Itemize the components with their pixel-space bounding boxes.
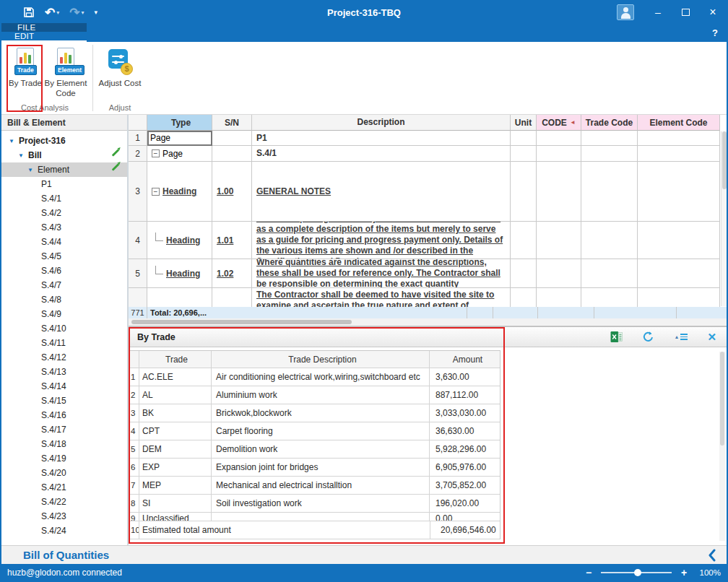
tree-item[interactable]: ▼ Element	[1, 162, 127, 177]
redo-button[interactable]: ↷▾	[69, 6, 84, 19]
grid-row[interactable]: 3 −Heading 1.00 GENERAL NOTES	[129, 162, 727, 222]
ribbon-tab[interactable]: FILE	[1, 23, 87, 32]
grid-row[interactable]: 2 −Page S.4/1	[129, 146, 727, 162]
by-trade-row[interactable]: 7 MEP Mechanical and electrical installt…	[129, 477, 500, 495]
maximize-button[interactable]	[672, 3, 699, 22]
column-header-trade-description[interactable]: Trade Description	[212, 351, 430, 368]
grid-row[interactable]: 1 Page P1	[129, 131, 727, 146]
grid-total-row: 771 Total: 20,696,...	[129, 307, 727, 318]
scrollbar-thumb[interactable]	[722, 131, 727, 189]
adjust-cost-icon: $	[105, 48, 134, 77]
refresh-icon[interactable]	[642, 331, 654, 343]
ribbon-tab[interactable]: EDIT	[1, 32, 87, 40]
redo-dropdown-icon[interactable]: ▾	[82, 9, 84, 16]
column-header-sn[interactable]: S/N	[212, 115, 252, 131]
tree-item[interactable]: S.4/1	[1, 191, 127, 206]
by-trade-row[interactable]: 4 CPT Carpet flooring 36,630.00	[129, 422, 500, 440]
by-trade-header-row: Trade Trade Description Amount	[129, 351, 500, 368]
column-header-element-code[interactable]: Element Code	[638, 115, 720, 131]
tree-item[interactable]: S.4/21	[1, 480, 127, 495]
by-trade-button[interactable]: Trade By Trade	[7, 46, 43, 103]
by-trade-row[interactable]: 6 EXP Expansion joint for bridges 6,905,…	[129, 459, 500, 477]
chevron-down-icon[interactable]: ▼	[27, 167, 38, 173]
tree-item[interactable]: S.4/18	[1, 437, 127, 451]
by-trade-row[interactable]: 8 SI Soil investigation work 196,020.00	[129, 495, 500, 513]
column-header-description[interactable]: Description	[252, 115, 511, 131]
scrollbar-thumb[interactable]	[131, 320, 352, 324]
tree-item[interactable]: S.4/12	[1, 350, 127, 365]
help-icon[interactable]: ?	[712, 23, 718, 42]
save-icon[interactable]	[23, 6, 35, 18]
panel-vertical-scrollbar[interactable]	[719, 352, 725, 541]
toolbar-separator	[92, 45, 93, 111]
zoom-out-button[interactable]: −	[584, 567, 594, 578]
tree-item[interactable]: S.4/11	[1, 336, 127, 350]
horizontal-scrollbar[interactable]	[129, 318, 727, 326]
customize-toolbar-icon[interactable]: ▾	[95, 9, 98, 16]
collapse-chevron-left-icon[interactable]	[708, 549, 716, 565]
tree-item[interactable]: ▼ Project-316	[1, 134, 127, 148]
tree-item[interactable]: S.4/17	[1, 422, 127, 437]
panel-close-icon[interactable]: ✕	[707, 331, 716, 342]
tree-item[interactable]: S.4/20	[1, 466, 127, 480]
grid-row[interactable]: The Contractor shall be deemed to have v…	[129, 288, 727, 307]
edit-pencil-icon[interactable]	[112, 163, 120, 171]
tree-item[interactable]: S.4/7	[1, 278, 127, 292]
zoom-slider-thumb[interactable]	[634, 569, 641, 576]
tree-item[interactable]: S.4/3	[1, 220, 127, 235]
by-trade-row[interactable]: 9 Unclassified 0.00	[129, 513, 500, 521]
by-trade-row[interactable]: 1 AC.ELE Air conditioning electrical wor…	[129, 368, 500, 386]
undo-dropdown-icon[interactable]: ▾	[56, 9, 59, 16]
undo-button[interactable]: ↶▾	[45, 6, 59, 19]
by-trade-panel-header: By Trade ▲ ✕	[129, 327, 727, 347]
zoom-slider[interactable]	[601, 572, 672, 573]
by-trade-row[interactable]: 10 Estimated total amount 20,696,546.00	[129, 521, 500, 539]
by-trade-row[interactable]: 3 BK Brickwok,blockwork 3,033,030.00	[129, 404, 500, 422]
column-header-trade-code[interactable]: Trade Code	[581, 115, 638, 131]
boq-grid: Type S/N Description Unit CODE◄ Trade Co…	[129, 115, 727, 326]
tree-item[interactable]: S.4/16	[1, 408, 127, 422]
minimize-button[interactable]: –	[644, 3, 672, 22]
tree-item[interactable]: S.4/5	[1, 249, 127, 264]
user-account-icon[interactable]	[617, 4, 634, 20]
chevron-down-icon[interactable]: ▼	[18, 152, 28, 159]
tree-item[interactable]: S.4/9	[1, 307, 127, 321]
tree-item[interactable]: S.4/2	[1, 206, 127, 220]
export-excel-icon[interactable]	[610, 331, 623, 343]
sort-list-icon[interactable]: ▲	[674, 334, 688, 340]
collapse-icon[interactable]: −	[152, 188, 160, 196]
tree-item[interactable]: P1	[1, 177, 127, 191]
collapse-icon[interactable]: −	[152, 149, 160, 157]
tree-item[interactable]: S.4/10	[1, 321, 127, 336]
edit-pencil-icon[interactable]	[112, 149, 120, 157]
tree-item[interactable]: S.4/8	[1, 292, 127, 307]
tree-item[interactable]: S.4/14	[1, 379, 127, 394]
adjust-cost-button[interactable]: $ Adjust Cost	[98, 46, 142, 103]
tree-item[interactable]: S.4/6	[1, 264, 127, 278]
scrollbar-thumb[interactable]	[720, 352, 724, 446]
by-trade-row[interactable]: 2 AL Aluminium work 887,112.00	[129, 386, 500, 404]
chevron-down-icon[interactable]: ▼	[9, 138, 19, 144]
tree-item[interactable]: S.4/4	[1, 235, 127, 249]
zoom-in-button[interactable]: +	[679, 567, 689, 578]
grid-row[interactable]: 4 Heading 1.01 The description given for…	[129, 222, 727, 259]
grid-row[interactable]: 5 Heading 1.02 Where quantities are indi…	[129, 259, 727, 288]
by-element-code-button[interactable]: Element By Element Code	[43, 46, 88, 103]
tree-item[interactable]: S.4/15	[1, 394, 127, 408]
column-header-unit[interactable]: Unit	[511, 115, 537, 131]
tree-item[interactable]: S.4/24	[1, 524, 127, 538]
vertical-scrollbar[interactable]	[721, 131, 727, 306]
grid-total-label: Total: 20,696,...	[147, 307, 467, 318]
column-header-type[interactable]: Type	[147, 115, 212, 131]
by-trade-row[interactable]: 5 DEM Demolition work 5,928,296.00	[129, 440, 500, 459]
tree-item[interactable]: S.4/22	[1, 495, 127, 509]
tree-item[interactable]: ▼ Bill	[1, 148, 127, 162]
column-header-code[interactable]: CODE◄	[537, 115, 581, 131]
column-header-trade[interactable]: Trade	[139, 351, 212, 368]
column-header-amount[interactable]: Amount	[430, 351, 500, 368]
tree-item[interactable]: S.4/19	[1, 451, 127, 466]
group-label-adjust: Adjust	[98, 103, 142, 114]
tree-item[interactable]: S.4/23	[1, 509, 127, 524]
tree-item[interactable]: S.4/13	[1, 365, 127, 379]
close-button[interactable]: ×	[699, 3, 727, 22]
